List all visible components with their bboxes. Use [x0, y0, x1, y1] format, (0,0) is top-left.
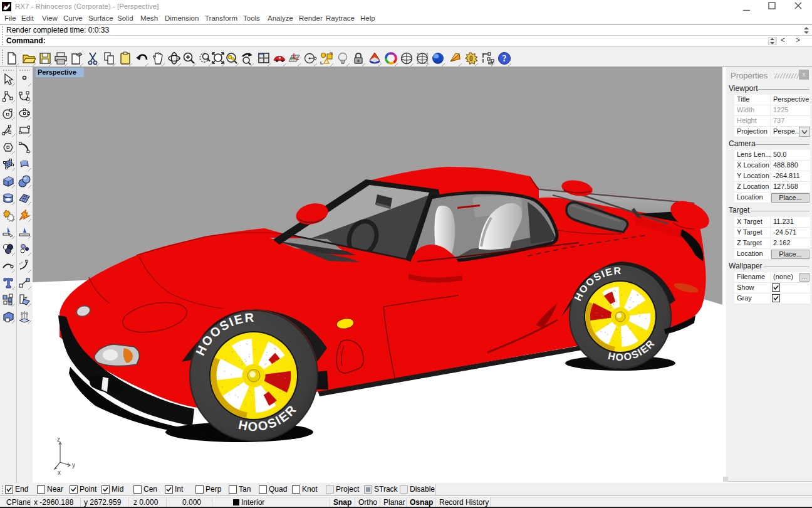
svg-text:y: y: [72, 462, 75, 468]
svg-text:z: z: [57, 436, 60, 443]
svg-text:x: x: [58, 469, 61, 476]
svg-text:?: ?: [502, 54, 507, 63]
